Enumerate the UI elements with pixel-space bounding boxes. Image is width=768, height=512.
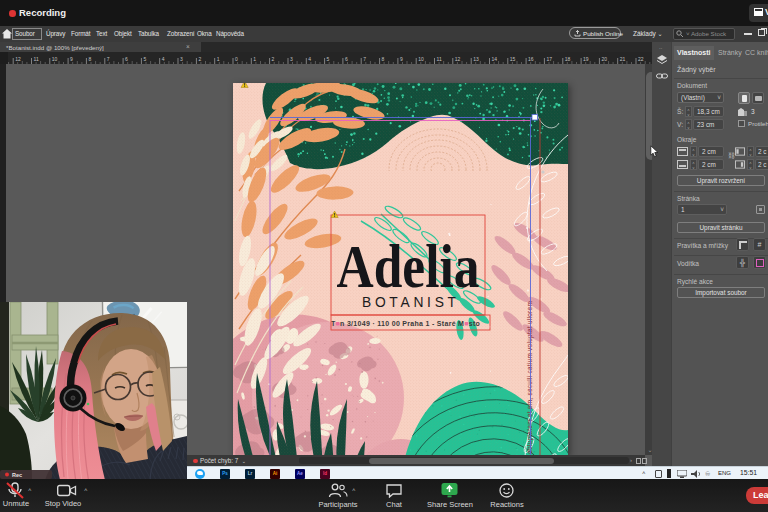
svg-text:18: 18 (565, 56, 571, 62)
svg-text:2: 2 (272, 56, 275, 62)
svg-text:10: 10 (52, 56, 58, 62)
svg-text:11: 11 (34, 56, 39, 62)
svg-text:T■n 3/1049 · 110 00 Praha 1 -: T■n 3/1049 · 110 00 Praha 1 - Staré M■st… (331, 320, 480, 327)
svg-text:3: 3 (180, 56, 183, 62)
svg-text:14: 14 (492, 56, 498, 62)
svg-text:6: 6 (125, 56, 128, 62)
svg-text:22: 22 (638, 56, 644, 62)
svg-text:19: 19 (583, 56, 589, 62)
svg-text:20: 20 (601, 56, 607, 62)
svg-text:qui ipsanit doluptatem et am,: qui ipsanit doluptatem et am, seculli ca… (526, 301, 534, 455)
svg-text:13: 13 (473, 56, 479, 62)
svg-text:Rec: Rec (12, 472, 22, 478)
svg-text:21: 21 (620, 56, 626, 62)
svg-text:3: 3 (290, 56, 293, 62)
svg-text:0: 0 (235, 56, 238, 62)
svg-text:9: 9 (400, 56, 403, 62)
svg-text:5: 5 (327, 56, 330, 62)
svg-text:4: 4 (308, 56, 311, 62)
svg-text:15: 15 (510, 56, 516, 62)
svg-text:BOTANIST: BOTANIST (362, 295, 457, 310)
svg-text:7: 7 (363, 56, 366, 62)
svg-text:16: 16 (528, 56, 534, 62)
svg-text:8: 8 (88, 56, 91, 62)
svg-text:4: 4 (162, 56, 165, 62)
svg-text:12: 12 (15, 56, 21, 62)
svg-text:17: 17 (546, 56, 552, 62)
svg-text:1: 1 (217, 56, 220, 62)
svg-text:10: 10 (418, 56, 424, 62)
svg-text:8: 8 (382, 56, 385, 62)
svg-text:2: 2 (198, 56, 201, 62)
svg-text:9: 9 (70, 56, 73, 62)
svg-text:6: 6 (345, 56, 348, 62)
svg-text:5: 5 (143, 56, 146, 62)
svg-text:Adelia: Adelia (337, 233, 480, 300)
svg-text:7: 7 (107, 56, 110, 62)
svg-text:11: 11 (437, 56, 442, 62)
svg-text:1: 1 (253, 56, 256, 62)
svg-text:12: 12 (455, 56, 461, 62)
